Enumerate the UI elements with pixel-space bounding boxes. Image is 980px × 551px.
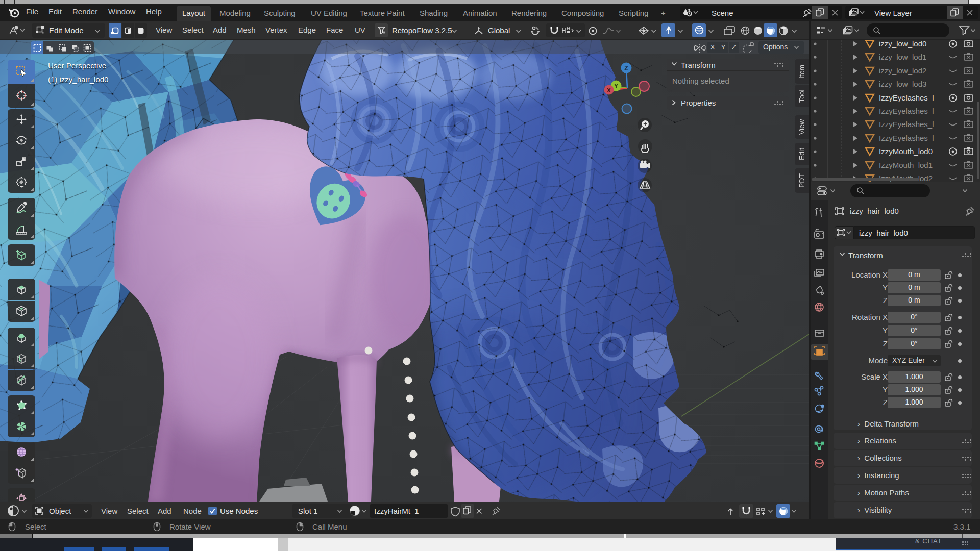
- svg-text:IzzyEyelashes_l: IzzyEyelashes_l: [879, 93, 934, 102]
- svg-text:IzzyEyelashes_l: IzzyEyelashes_l: [879, 120, 934, 129]
- svg-text:IzzyMouth_lod0: IzzyMouth_lod0: [879, 147, 933, 156]
- svg-text:IzzyEyelashes_l: IzzyEyelashes_l: [879, 107, 934, 115]
- svg-text:izzy_low_lod3: izzy_low_lod3: [879, 80, 926, 88]
- svg-text:izzy_low_lod0: izzy_low_lod0: [879, 40, 926, 48]
- svg-text:IzzyEyelashes_l: IzzyEyelashes_l: [879, 134, 934, 142]
- svg-text:IzzyMouth_lod1: IzzyMouth_lod1: [879, 161, 933, 169]
- svg-text:izzy_low_lod2: izzy_low_lod2: [879, 66, 926, 75]
- svg-text:izzy_low_lod1: izzy_low_lod1: [879, 53, 926, 61]
